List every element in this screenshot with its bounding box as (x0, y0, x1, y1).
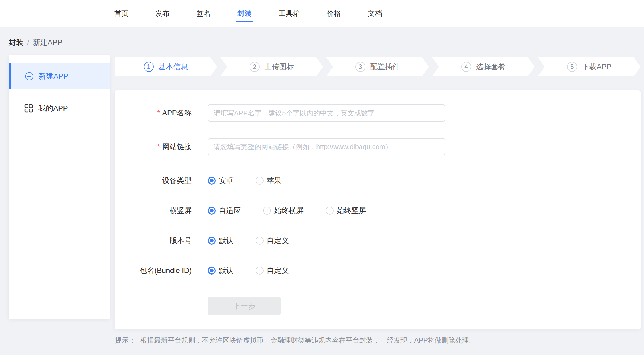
radio-label: 自适应 (219, 206, 241, 216)
top-nav-bar: 首页 发布 签名 封装 工具箱 价格 文档 (0, 0, 644, 27)
radio-label: 始终横屏 (274, 206, 304, 216)
sidebar: 新建APP 我的APP (9, 55, 110, 319)
radio-option-android[interactable]: 安卓 (208, 176, 234, 186)
radio-button[interactable] (256, 237, 264, 245)
step-number-badge: 2 (250, 62, 260, 72)
radio-label: 始终竖屏 (337, 206, 366, 216)
step-label: 基本信息 (158, 62, 188, 72)
radio-label: 默认 (219, 266, 234, 276)
form-row-app-name: *APP名称 (115, 104, 445, 122)
step-configure-plugin: 3 配置插件 (326, 57, 429, 76)
bundle-id-radio-group: 默认 自定义 (208, 266, 289, 276)
basic-info-form-card: *APP名称 *网站链接 设备类型 安卓 苹果 横竖屏 (115, 90, 641, 329)
sidebar-item-new-app[interactable]: 新建APP (9, 63, 110, 89)
tip-prefix: 提示： (115, 336, 136, 344)
version-radio-group: 默认 自定义 (208, 236, 289, 246)
app-name-input[interactable] (208, 104, 445, 122)
field-label: 设备类型 (115, 176, 192, 186)
radio-button-selected[interactable] (208, 207, 216, 215)
radio-button-selected[interactable] (208, 267, 216, 275)
radio-label: 苹果 (267, 176, 281, 186)
step-number-badge: 1 (144, 62, 154, 72)
radio-label: 安卓 (219, 176, 234, 186)
radio-option-always-portrait[interactable]: 始终竖屏 (326, 206, 366, 216)
form-row-site-url: *网站链接 (115, 138, 445, 155)
circle-plus-icon (25, 72, 33, 80)
required-asterisk: * (157, 109, 160, 117)
form-row-device-type: 设备类型 安卓 苹果 (115, 175, 281, 186)
step-number-badge: 5 (567, 62, 577, 72)
sidebar-item-label: 新建APP (39, 71, 68, 81)
site-url-input[interactable] (208, 138, 445, 155)
field-label: 版本号 (115, 236, 192, 246)
nav-item-docs[interactable]: 文档 (364, 0, 386, 27)
main-nav: 首页 发布 签名 封装 工具箱 价格 文档 (110, 0, 405, 27)
field-label: *APP名称 (115, 108, 192, 118)
breadcrumb: 封装 / 新建APP (9, 38, 62, 48)
radio-button-selected[interactable] (208, 177, 216, 185)
field-label: 横竖屏 (115, 206, 192, 216)
radio-option-default-version[interactable]: 默认 (208, 236, 234, 246)
step-label: 上传图标 (264, 62, 294, 72)
form-row-version: 版本号 默认 自定义 (115, 235, 289, 246)
next-step-button[interactable]: 下一步 (208, 297, 281, 315)
field-label: *网站链接 (115, 142, 192, 152)
sidebar-item-my-app[interactable]: 我的APP (9, 95, 110, 121)
radio-option-custom-bundle[interactable]: 自定义 (256, 266, 289, 276)
radio-button[interactable] (256, 267, 264, 275)
step-label: 配置插件 (370, 62, 400, 72)
radio-button[interactable] (263, 207, 271, 215)
form-row-orientation: 横竖屏 自适应 始终横屏 始终竖屏 (115, 205, 366, 216)
nav-item-home[interactable]: 首页 (110, 0, 133, 27)
radio-option-always-landscape[interactable]: 始终横屏 (263, 206, 304, 216)
radio-label: 默认 (219, 236, 234, 246)
radio-option-adaptive[interactable]: 自适应 (208, 206, 241, 216)
form-row-bundle-id: 包名(Bundle ID) 默认 自定义 (115, 265, 289, 276)
nav-item-toolbox[interactable]: 工具箱 (274, 0, 304, 27)
radio-button-selected[interactable] (208, 237, 216, 245)
platform-rule-tip: 提示：根据最新平台规则，不允许区块链虚拟币、金融理财类等违规内容在平台封装，一经… (115, 336, 476, 345)
step-label: 选择套餐 (476, 62, 506, 72)
nav-item-publish[interactable]: 发布 (151, 0, 174, 27)
required-asterisk: * (157, 143, 160, 151)
breadcrumb-section[interactable]: 封装 (9, 38, 23, 48)
radio-option-custom-version[interactable]: 自定义 (256, 236, 289, 246)
radio-option-apple[interactable]: 苹果 (256, 176, 281, 186)
nav-item-package[interactable]: 封装 (233, 0, 256, 27)
step-wizard: 1 基本信息 2 上传图标 3 配置插件 4 选择套餐 5 下载APP (115, 57, 641, 76)
radio-button[interactable] (256, 177, 264, 185)
breadcrumb-separator: / (27, 38, 29, 47)
step-number-badge: 4 (461, 62, 471, 72)
step-upload-icon: 2 上传图标 (220, 57, 323, 76)
step-basic-info: 1 基本信息 (115, 57, 217, 76)
device-type-radio-group: 安卓 苹果 (208, 176, 281, 186)
radio-label: 自定义 (267, 266, 289, 276)
step-label: 下载APP (582, 62, 611, 72)
sidebar-item-label: 我的APP (38, 103, 68, 113)
nav-item-sign[interactable]: 签名 (192, 0, 215, 27)
step-download-app: 5 下载APP (538, 57, 641, 76)
step-number-badge: 3 (355, 62, 365, 72)
grid-icon (24, 104, 33, 113)
tip-text: 根据最新平台规则，不允许区块链虚拟币、金融理财类等违规内容在平台封装，一经发现，… (140, 336, 476, 344)
radio-option-default-bundle[interactable]: 默认 (208, 266, 234, 276)
radio-label: 自定义 (267, 236, 289, 246)
orientation-radio-group: 自适应 始终横屏 始终竖屏 (208, 206, 366, 216)
nav-item-price[interactable]: 价格 (323, 0, 345, 27)
field-label: 包名(Bundle ID) (115, 266, 192, 276)
step-select-plan: 4 选择套餐 (432, 57, 535, 76)
breadcrumb-current: 新建APP (33, 38, 62, 48)
radio-button[interactable] (326, 207, 334, 215)
